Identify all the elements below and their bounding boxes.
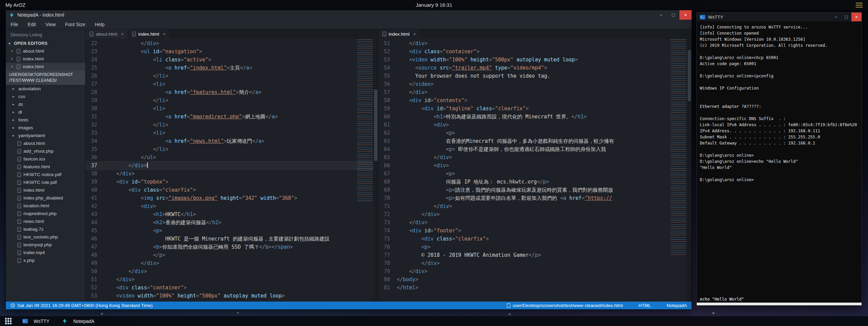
scrollbar-right[interactable] — [687, 39, 692, 302]
folder-label: autostation — [18, 86, 41, 91]
chevron-right-icon: ▸ — [13, 110, 16, 114]
folder-label: images — [18, 125, 33, 130]
terminal-line — [700, 97, 860, 103]
sidebar-file-add-vhost-php[interactable]: add_vhost.php — [6, 147, 85, 155]
code-text: </div> — [397, 259, 687, 267]
menu-file[interactable]: File — [6, 22, 23, 27]
minimize-button[interactable]: − — [831, 13, 841, 21]
file-label: trailer.mp4 — [23, 250, 45, 255]
sidebar-file-about-html[interactable]: about.html — [6, 139, 85, 147]
open-editor-item[interactable]: ×index.html — [6, 63, 85, 71]
maximize-button[interactable]: □ — [667, 10, 679, 20]
line-number: 48 — [86, 251, 104, 259]
line-number: 73 — [378, 218, 397, 227]
sidebar-file-x-php[interactable]: x.php — [6, 256, 85, 264]
status-time: Sat Jan 09 2021 16:29:49 GMT+0800 (Hong … — [17, 303, 153, 308]
maximize-button[interactable]: □ — [841, 13, 851, 21]
tab-index-html[interactable]: index.html× — [128, 29, 170, 39]
minimap-left[interactable] — [357, 39, 373, 202]
code-text: <div id="topbox"> — [104, 178, 373, 186]
line-number: 52 — [378, 47, 397, 56]
menu-font-size[interactable]: Font Size — [60, 22, 90, 27]
file-label: testmysql.php — [23, 242, 52, 247]
file-label: location.html — [23, 203, 49, 208]
terminal-input-text[interactable]: echo "Hello World" — [697, 296, 862, 302]
code-line: 50 </div> — [86, 267, 373, 275]
status-language: HTML — [638, 303, 651, 308]
sidebar-file-hkwtc-notice-pdf[interactable]: HKWTC notice.pdf — [6, 171, 85, 178]
sidebar-file-news-html[interactable]: news.html — [6, 217, 85, 225]
wstty-titlebar[interactable]: WsTTY − □ × — [697, 13, 862, 21]
sidebar-file-test-sockets-php[interactable]: test_sockets.php — [6, 233, 85, 241]
open-editor-item[interactable]: ×about.html — [6, 47, 85, 55]
line-number: 59 — [378, 104, 397, 113]
sidebar-file-teabag-7z[interactable]: teabag.7z — [6, 225, 85, 233]
open-editor-item[interactable]: ×index.html — [6, 55, 85, 63]
terminal-line: D:\golang\aroz online>chcp 65001 — [700, 55, 860, 61]
tab-close-icon[interactable]: × — [413, 32, 416, 37]
tab-about-html[interactable]: about.html× — [86, 29, 128, 39]
scrollbar-left[interactable] — [373, 39, 378, 302]
sidebar-file-hkwtc-rule-pdf[interactable]: HKWTC rule.pdf — [6, 178, 85, 186]
terminal-line: (c) 2019 Microsoft Corporation. All righ… — [700, 42, 860, 49]
sidebar-folder-yamlyamlaml[interactable]: ▸yamlyamlaml — [6, 132, 85, 139]
code-text: <p> — [397, 129, 687, 137]
line-number: 53 — [378, 56, 397, 64]
sidebar-folder-dc[interactable]: ▸dc — [6, 100, 85, 108]
chevron-right-icon: ▸ — [13, 94, 16, 99]
sidebar-file-trailer-mp4[interactable]: trailer.mp4 — [6, 249, 85, 256]
line-number: 50 — [86, 267, 104, 275]
code-editor-left[interactable]: 22 </div>23 <ul id="navigation">24 <li c… — [86, 39, 373, 302]
file-icon — [383, 32, 386, 36]
sidebar-file-features-html[interactable]: features.html — [6, 163, 85, 171]
close-editor-icon[interactable]: × — [11, 64, 14, 69]
menu-view[interactable]: View — [41, 22, 60, 27]
taskbar-item-notepada[interactable]: NotepadA — [56, 316, 101, 326]
tab-close-icon[interactable]: × — [121, 32, 124, 37]
terminal-input-bar[interactable] — [697, 303, 862, 305]
code-text: </div> — [397, 267, 687, 275]
close-button[interactable]: × — [851, 13, 862, 21]
minimize-button[interactable]: − — [655, 10, 667, 20]
close-editor-icon[interactable]: × — [11, 49, 14, 54]
system-menu-icon[interactable] — [856, 3, 863, 7]
clock-icon — [11, 303, 15, 308]
sidebar-folder-fonts[interactable]: ▸fonts — [6, 116, 85, 124]
taskbar-item-wstty[interactable]: WsTTY — [16, 316, 56, 326]
notepada-titlebar[interactable]: NotepadA - index.html − □ × — [6, 10, 692, 20]
sidebar-file-location-html[interactable]: location.html — [6, 202, 85, 210]
line-number: 77 — [378, 251, 397, 259]
terminal-line: "Hello World" — [700, 165, 860, 171]
os-title: My ArOZ — [5, 2, 25, 8]
sidebar-file-index-html[interactable]: index.html — [6, 186, 85, 194]
line-number: 61 — [378, 121, 397, 129]
open-editors-section[interactable]: ▾ OPEN EDITORS — [6, 40, 85, 47]
code-line: 23 <ul id="navigation"> — [86, 47, 373, 56]
terminal-output[interactable]: [info] Conencting to arozos WsTTY servic… — [697, 21, 862, 294]
menu-edit[interactable]: Edit — [23, 22, 41, 27]
sidebar-folder-dl[interactable]: ▸dl — [6, 108, 85, 116]
code-text: </li> — [104, 145, 373, 153]
minimap-right[interactable] — [671, 39, 686, 256]
line-number: 43 — [86, 210, 104, 218]
code-editor-right[interactable]: 51 </div>52 <div class="container">53 <v… — [378, 39, 687, 302]
close-editor-icon[interactable]: × — [11, 56, 14, 61]
sidebar-folder-css[interactable]: ▸css — [6, 93, 85, 100]
sidebar-file-mapredirect-php[interactable]: mapredirect.php — [6, 210, 85, 217]
sidebar-root-folder[interactable]: USER/DESKTOP/SCREENSHOT /TEST/WWW CLEANE… — [6, 71, 85, 85]
code-line: 57 </div> — [378, 88, 687, 96]
sidebar-file-favicon-ico[interactable]: favicon.ico — [6, 155, 85, 163]
menu-help[interactable]: Help — [90, 22, 109, 27]
sidebar-folder-autostation[interactable]: ▸autostation — [6, 85, 85, 93]
code-line: 46 HKWTC 是一個 Minecraft 的建築伺服器，主要建築計劃包括鐵路… — [86, 235, 373, 243]
tab-index-html[interactable]: index.html× — [378, 29, 420, 39]
sidebar-file-index-php-disabled[interactable]: index.php_disabled — [6, 194, 85, 202]
tab-close-icon[interactable]: × — [163, 32, 165, 37]
line-number: 80 — [378, 275, 397, 284]
sidebar-folder-images[interactable]: ▸images — [6, 124, 85, 132]
code-text: </html> — [397, 284, 687, 292]
text-cursor — [147, 162, 148, 168]
start-button[interactable] — [0, 316, 16, 326]
close-button[interactable]: × — [679, 10, 692, 20]
sidebar-file-testmysql-php[interactable]: testmysql.php — [6, 241, 85, 249]
